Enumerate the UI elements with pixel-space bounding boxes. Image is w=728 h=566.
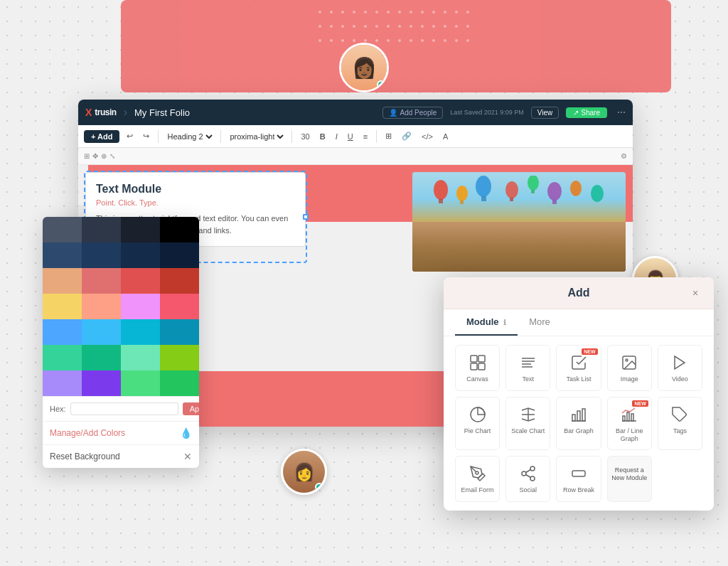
move-icon[interactable]: ✥: [92, 152, 98, 160]
italic-icon[interactable]: I: [333, 131, 341, 142]
color-swatch[interactable]: [160, 319, 199, 345]
color-swatch[interactable]: [121, 268, 160, 294]
dropper-icon[interactable]: 💧: [180, 427, 192, 439]
module-item-social[interactable]: Social: [505, 456, 550, 502]
svg-rect-9: [531, 190, 535, 193]
bold-icon[interactable]: B: [317, 131, 328, 142]
color-swatch[interactable]: [82, 345, 121, 370]
color-swatch[interactable]: [160, 345, 199, 370]
color-swatch[interactable]: [43, 345, 82, 370]
color-swatch[interactable]: [121, 217, 160, 242]
font-select[interactable]: proxima-light: [227, 132, 286, 142]
color-swatch[interactable]: [160, 268, 199, 294]
color-swatch[interactable]: [121, 370, 160, 396]
color-swatch[interactable]: [43, 268, 82, 294]
tab-module[interactable]: Module ℹ: [455, 309, 518, 336]
tasklist-icon: [570, 353, 587, 373]
color-swatch[interactable]: [160, 294, 199, 319]
svg-rect-32: [623, 416, 625, 421]
tab-more[interactable]: More: [518, 309, 562, 336]
nav-divider: ›: [124, 106, 127, 119]
add-button[interactable]: + Add: [84, 130, 119, 143]
apply-color-button[interactable]: Apply: [183, 402, 199, 415]
color-swatch[interactable]: [121, 345, 160, 370]
view-button[interactable]: View: [531, 107, 560, 119]
module-item-scalechart[interactable]: Scale Chart: [505, 397, 550, 451]
reset-background-text[interactable]: Reset Background: [50, 452, 120, 461]
tasklist-label: Task List: [566, 375, 591, 383]
module-item-piechart[interactable]: Pie Chart: [455, 397, 500, 451]
svg-point-37: [476, 471, 478, 474]
svg-line-41: [525, 475, 530, 478]
heading-select[interactable]: Heading 2: [164, 132, 215, 142]
module-item-image[interactable]: Image: [607, 345, 652, 391]
rowbreak-label: Row Break: [563, 486, 594, 494]
reset-background-row: Reset Background ✕: [43, 444, 199, 468]
svg-point-6: [505, 181, 518, 198]
color-swatch[interactable]: [160, 370, 199, 396]
color-swatch[interactable]: [121, 294, 160, 319]
more-options-icon[interactable]: ⋯: [617, 107, 626, 117]
hex-input[interactable]: [70, 402, 178, 415]
manage-colors-text[interactable]: Manage/Add Colors: [50, 428, 125, 438]
color-swatch[interactable]: [82, 319, 121, 345]
module-item-request[interactable]: Request a New Module: [607, 456, 652, 502]
color-swatch[interactable]: [43, 319, 82, 345]
svg-rect-16: [471, 363, 477, 370]
module-item-barlinegraph[interactable]: NEW Bar / Line Graph: [607, 397, 652, 451]
close-panel-button[interactable]: ×: [688, 286, 702, 300]
code-icon[interactable]: </>: [419, 131, 436, 142]
color-swatch[interactable]: [43, 294, 82, 319]
resize-icon[interactable]: ⤡: [109, 152, 115, 160]
module-item-tags[interactable]: Tags: [658, 397, 702, 451]
redo-icon[interactable]: ↪: [140, 130, 152, 142]
teal-status-dot-1: [377, 80, 385, 89]
table-icon[interactable]: ⊞: [382, 130, 395, 142]
module-item-tasklist[interactable]: NEW Task List: [556, 345, 601, 391]
share-button[interactable]: ↗ Share: [566, 107, 607, 118]
font-size[interactable]: 30: [298, 131, 312, 142]
svg-line-42: [525, 470, 530, 473]
svg-point-4: [476, 176, 491, 197]
add-people-button[interactable]: 👤 Add People: [382, 107, 444, 119]
undo-icon[interactable]: ↩: [124, 130, 136, 142]
module-item-text[interactable]: Text: [505, 345, 550, 391]
color-swatch[interactable]: [82, 268, 121, 294]
text-icon: [520, 353, 537, 373]
color-swatch[interactable]: [82, 217, 121, 242]
landscape: [412, 222, 626, 272]
color-swatch[interactable]: [43, 217, 82, 242]
image-label: Image: [621, 375, 638, 383]
svg-rect-1: [439, 199, 443, 203]
color-swatch[interactable]: [82, 370, 121, 396]
close-icon[interactable]: ✕: [183, 451, 192, 462]
module-item-emailform[interactable]: Email Form: [455, 456, 500, 502]
text-color-icon[interactable]: A: [440, 131, 451, 142]
color-swatch[interactable]: [43, 370, 82, 396]
svg-rect-11: [552, 200, 557, 204]
module-item-bargraph[interactable]: Bar Graph: [556, 397, 601, 451]
color-swatch[interactable]: [82, 242, 121, 268]
color-swatches-grid: [43, 217, 199, 396]
scalechart-icon: [520, 405, 537, 424]
underline-icon[interactable]: U: [345, 131, 356, 142]
svg-rect-3: [460, 201, 464, 204]
manage-colors-row: Manage/Add Colors 💧: [43, 421, 199, 444]
color-swatch[interactable]: [121, 242, 160, 268]
color-swatch[interactable]: [43, 242, 82, 268]
plus-icon[interactable]: ⊕: [101, 152, 107, 160]
add-panel-title: Add: [469, 287, 688, 299]
align-icon[interactable]: ≡: [360, 131, 370, 142]
color-swatch[interactable]: [160, 217, 199, 242]
grid-handle-icon: ⊞: [84, 152, 90, 160]
module-item-video[interactable]: Video: [658, 345, 702, 391]
module-item-canvas[interactable]: Canvas: [455, 345, 500, 391]
link-icon[interactable]: 🔗: [399, 130, 414, 142]
color-swatch[interactable]: [82, 294, 121, 319]
module-item-rowbreak[interactable]: Row Break: [556, 456, 601, 502]
color-swatch[interactable]: [160, 242, 199, 268]
color-swatch[interactable]: [121, 319, 160, 345]
svg-rect-5: [481, 196, 486, 201]
svg-point-10: [547, 182, 562, 201]
settings-icon[interactable]: ⚙: [621, 152, 627, 160]
